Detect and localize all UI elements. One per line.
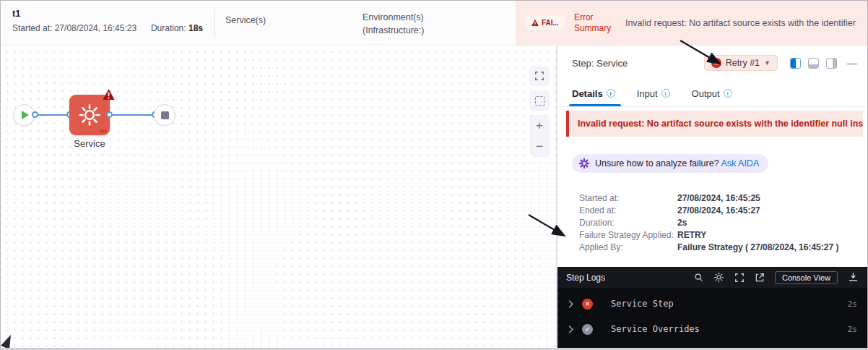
edge-start-to-service: [35, 114, 71, 116]
search-logs-button[interactable]: [694, 273, 703, 282]
retry-label: Retry #1: [726, 58, 760, 68]
fullscreen-icon: [534, 71, 544, 81]
log-section-name: Service Step: [611, 299, 674, 309]
select-region-button[interactable]: [529, 90, 550, 111]
step-logs-title: Step Logs: [566, 273, 605, 283]
failed-badge-label: FAI...: [542, 19, 559, 27]
service-node-label: Service: [69, 138, 110, 149]
started-at-text: Started at: 27/08/2024, 16:45:23: [12, 23, 136, 33]
gear-icon: [713, 272, 724, 283]
aida-icon: [578, 158, 590, 169]
zoom-controls: + −: [529, 115, 550, 157]
chevron-right-icon[interactable]: [568, 325, 574, 333]
aida-prompt: Unsure how to analyze failure? Ask AIDA: [595, 158, 759, 168]
log-section-duration: 2s: [848, 325, 857, 334]
step-details-panel: Step: Service ✕ Retry #1 ▼ — Details i I…: [557, 46, 867, 348]
chevron-right-icon[interactable]: [568, 300, 574, 308]
edge-service-to-end: [109, 114, 155, 116]
minimize-panel-button[interactable]: —: [847, 57, 857, 69]
step-logs-console: Step Logs: [557, 267, 867, 348]
error-summary-strip: FAI... Error Summary Invalid request: No…: [516, 1, 867, 45]
gear-icon: [78, 103, 101, 127]
layout-right-button[interactable]: [826, 58, 837, 69]
execution-meta: t1 Started at: 27/08/2024, 16:45:23 Dura…: [1, 1, 214, 45]
log-section-name: Service Overrides: [611, 324, 700, 334]
pipeline-execution-window: t1 Started at: 27/08/2024, 16:45:23 Dura…: [0, 0, 868, 350]
log-row-service-overrides[interactable]: ✓ Service Overrides 2s: [557, 320, 867, 338]
connector-dot: [106, 111, 113, 118]
infrastructure-label: (Infrastructure:): [363, 24, 516, 37]
external-link-icon: [755, 273, 765, 283]
error-summary-label: Error Summary: [574, 12, 616, 34]
step-error-banner: Invalid request: No artifact source exis…: [566, 111, 863, 137]
aida-suggestion-chip[interactable]: Unsure how to analyze failure? Ask AIDA: [572, 154, 768, 173]
pipeline-name: t1: [12, 8, 203, 19]
failure-warning-badge: [103, 89, 115, 103]
service-step-node[interactable]: </>: [69, 95, 110, 135]
panel-layout-switcher: —: [790, 57, 857, 69]
environments-label: Environment(s): [363, 11, 516, 24]
layout-bottom-button[interactable]: [808, 58, 819, 69]
step-panel-header: Step: Service ✕ Retry #1 ▼ —: [557, 46, 867, 80]
retry-selector[interactable]: ✕ Retry #1 ▼: [704, 55, 778, 71]
detail-row-ended-at: Ended at: 27/08/2024, 16:45:27: [579, 205, 867, 217]
info-icon: i: [724, 89, 732, 98]
log-row-service-step[interactable]: ✕ Service Step 2s: [557, 294, 867, 313]
failed-circle-icon: ✕: [711, 58, 721, 68]
expand-logs-button[interactable]: [734, 273, 745, 283]
fullscreen-icon: [734, 273, 745, 283]
step-detail-list: Started at: 27/08/2024, 16:45:25 Ended a…: [579, 192, 867, 254]
warning-triangle-icon: [531, 20, 539, 26]
error-summary-message: Invalid request: No artifact source exis…: [625, 18, 857, 28]
play-icon: [22, 111, 29, 119]
code-glyph: </>: [100, 129, 107, 134]
success-circle-icon: ✓: [582, 324, 593, 335]
search-icon: [694, 273, 703, 282]
execution-header: t1 Started at: 27/08/2024, 16:45:23 Dura…: [1, 1, 867, 46]
end-node[interactable]: [154, 104, 175, 126]
layout-left-button[interactable]: [790, 58, 801, 69]
chevron-down-icon: ▼: [764, 59, 771, 67]
services-column: Service(s): [215, 1, 363, 45]
download-icon: [848, 272, 859, 283]
detail-row-duration: Duration: 2s: [579, 217, 867, 229]
stop-icon: [161, 111, 169, 119]
pipeline-canvas[interactable]: </> Service + −: [1, 46, 557, 350]
tab-output[interactable]: Output i: [692, 80, 732, 106]
detail-row-failure-strategy: Failure Strategy Applied: RETRY: [579, 229, 867, 242]
step-tabs: Details i Input i Output i: [557, 80, 867, 107]
log-settings-button[interactable]: [713, 272, 724, 283]
zoom-out-button[interactable]: −: [536, 140, 543, 153]
fit-to-screen-button[interactable]: [529, 66, 550, 86]
step-logs-header: Step Logs: [557, 267, 867, 288]
tab-input[interactable]: Input i: [637, 80, 670, 106]
tab-details[interactable]: Details i: [572, 80, 615, 106]
detail-row-applied-by: Applied By: Failure Strategy ( 27/08/202…: [579, 242, 867, 254]
log-section-duration: 2s: [848, 299, 857, 309]
environments-column: Environment(s) (Infrastructure:): [363, 1, 516, 45]
failed-status-badge[interactable]: FAI...: [526, 16, 565, 30]
connector-dot: [32, 111, 38, 118]
failed-circle-icon: ✕: [582, 299, 593, 310]
console-view-button[interactable]: Console View: [775, 271, 838, 284]
download-logs-button[interactable]: [848, 272, 859, 283]
info-icon: i: [607, 89, 615, 98]
marquee-icon: [535, 96, 544, 106]
info-icon: i: [661, 89, 670, 98]
open-logs-new-tab-button[interactable]: [755, 273, 765, 283]
detail-row-started-at: Started at: 27/08/2024, 16:45:25: [579, 192, 867, 205]
step-title: Step: Service: [572, 58, 628, 69]
zoom-in-button[interactable]: +: [536, 119, 543, 132]
ask-aida-link[interactable]: Ask AIDA: [721, 158, 759, 168]
duration-text: Duration: 18s: [151, 23, 203, 33]
